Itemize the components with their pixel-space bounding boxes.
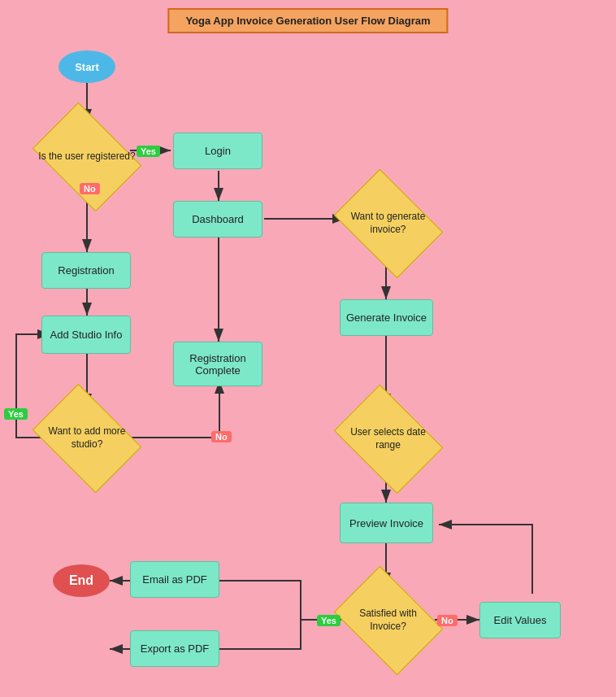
- end-node: End: [53, 564, 110, 597]
- satisfied-diamond: Satisfied with Invoice?: [341, 584, 435, 657]
- start-node: Start: [59, 50, 115, 83]
- export-pdf-node: Export as PDF: [130, 630, 219, 667]
- add-studio-node: Add Studio Info: [41, 316, 131, 354]
- yes-badge-satisfied: Yes: [317, 615, 341, 626]
- email-pdf-node: Email as PDF: [130, 561, 219, 598]
- diagram-title: Yoga App Invoice Generation User Flow Di…: [167, 8, 448, 33]
- want-invoice-diamond: Want to generate invoice?: [341, 187, 435, 260]
- preview-invoice-node: Preview Invoice: [340, 503, 433, 543]
- diagram-container: Yoga App Invoice Generation User Flow Di…: [0, 0, 616, 697]
- edit-values-node: Edit Values: [479, 602, 561, 638]
- dashboard-node: Dashboard: [173, 201, 262, 237]
- no-badge-satisfied: No: [437, 615, 458, 626]
- want-more-studio-diamond: Want to add more studio?: [38, 402, 136, 475]
- yes-badge-studio: Yes: [4, 408, 28, 420]
- registration-complete-node: Registration Complete: [173, 342, 262, 386]
- generate-invoice-node: Generate Invoice: [340, 299, 433, 336]
- login-node: Login: [173, 133, 262, 169]
- registration-node: Registration: [41, 252, 131, 289]
- yes-badge-registered: Yes: [137, 146, 160, 157]
- no-badge-registered: No: [80, 183, 100, 194]
- date-range-diamond: User selects date range: [341, 403, 435, 476]
- no-badge-studio: No: [211, 431, 232, 442]
